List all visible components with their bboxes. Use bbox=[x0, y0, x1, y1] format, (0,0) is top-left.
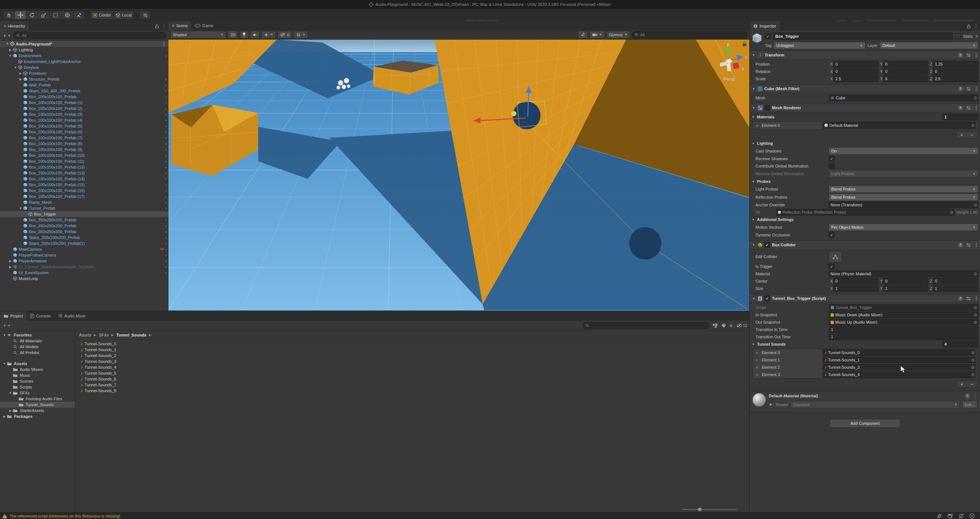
lock-icon[interactable] bbox=[967, 24, 971, 29]
breadcrumb-assets[interactable]: Assets bbox=[79, 333, 91, 337]
hierarchy-item-box-100x100x100-prefab-15-[interactable]: Box_100x100x100_Prefab (15)› bbox=[0, 182, 169, 188]
tag-dropdown[interactable]: Untagged▼ bbox=[774, 42, 865, 49]
hierarchy-item-wall-prefab[interactable]: Wall_Prefab› bbox=[0, 82, 169, 88]
size-z-field[interactable]: 1 bbox=[933, 285, 978, 292]
object-picker-icon[interactable]: ⊙ bbox=[971, 358, 975, 363]
hierarchy-item-greybox[interactable]: ▼Greybox bbox=[0, 64, 169, 70]
search-by-label-icon[interactable] bbox=[721, 323, 726, 328]
sound-element-row[interactable]: ≡Element 1♪Tunnel-Sounds_1⊙ bbox=[753, 356, 977, 364]
object-picker-icon[interactable]: ⊙ bbox=[974, 203, 977, 208]
add-component-button[interactable]: Add Component bbox=[830, 419, 900, 428]
prefab-chevron-icon[interactable]: › bbox=[165, 171, 167, 175]
grid-snapping-button[interactable] bbox=[139, 11, 151, 19]
foldout-icon[interactable]: ▶ bbox=[8, 265, 13, 269]
pivot-center-button[interactable]: Center bbox=[90, 11, 113, 19]
hierarchy-item-box-350x250x200-prefab[interactable]: Box_350x250x200_Prefab› bbox=[0, 223, 169, 229]
prefab-chevron-icon[interactable]: › bbox=[165, 253, 167, 257]
presets-icon[interactable] bbox=[966, 106, 971, 110]
scene-search-input[interactable]: All bbox=[632, 31, 748, 38]
tab-inspector[interactable]: Inspector bbox=[750, 21, 780, 31]
drag-handle-icon[interactable]: ≡ bbox=[754, 350, 759, 355]
contribute-gi-checkbox[interactable] bbox=[829, 163, 835, 169]
shader-edit-button[interactable]: Edit... bbox=[962, 401, 977, 408]
prefab-chevron-icon[interactable]: › bbox=[165, 224, 167, 228]
hierarchy-item-box-100x100x100-prefab-4-[interactable]: Box_100x100x100_Prefab (4)› bbox=[0, 117, 169, 123]
foldout-icon[interactable]: ▶ bbox=[18, 78, 23, 81]
tab-game[interactable]: Game bbox=[191, 21, 217, 30]
help-icon[interactable]: ? bbox=[965, 394, 970, 398]
help-icon[interactable]: ? bbox=[958, 86, 963, 91]
slider-knob[interactable] bbox=[698, 508, 702, 511]
hierarchy-item-structure-prefab[interactable]: ▶Structure_Prefab› bbox=[0, 76, 169, 82]
object-picker-icon[interactable]: ⊙ bbox=[971, 372, 975, 377]
tab-console[interactable]: Console bbox=[26, 311, 54, 321]
presets-icon[interactable] bbox=[966, 87, 971, 91]
hierarchy-item-lighting[interactable]: ▶Lighting bbox=[0, 47, 169, 53]
prefab-chevron-icon[interactable]: › bbox=[165, 200, 167, 204]
active-checkbox[interactable]: ✓ bbox=[765, 34, 771, 39]
hierarchy-scene-row[interactable]: ▼Audio-Playground*⋮ bbox=[0, 41, 169, 47]
prefab-chevron-icon[interactable]: › bbox=[165, 188, 167, 193]
prefab-chevron-icon[interactable]: › bbox=[165, 265, 167, 269]
prefab-chevron-icon[interactable]: › bbox=[165, 147, 167, 152]
scene-grid-dropdown[interactable]: ▼ bbox=[294, 31, 308, 38]
scene-tools-button[interactable] bbox=[578, 31, 588, 38]
activity-ok-icon[interactable] bbox=[969, 513, 975, 519]
tab-hierarchy[interactable]: ≡ Hierarchy bbox=[0, 21, 29, 31]
is-trigger-checkbox[interactable]: ✓ bbox=[829, 263, 835, 269]
hierarchy-item-ui-canvas-starterassetsinputs-joysticks[interactable]: ▶UI_Canvas_StarterAssetsInputs_Joysticks… bbox=[0, 264, 169, 270]
hierarchy-item-tunnel-prefab[interactable]: ▼Tunnel_Prefab› bbox=[0, 205, 169, 211]
help-icon[interactable]: ? bbox=[958, 243, 963, 248]
hierarchy-item-stairs-200x100x200-prefab[interactable]: Stairs_200x100x200_Prefab› bbox=[0, 235, 169, 240]
center-x-field[interactable]: 0 bbox=[833, 278, 878, 284]
transform-rotation-z-field[interactable]: 0 bbox=[933, 68, 978, 75]
component-menu-icon[interactable]: ⋮ bbox=[974, 105, 978, 110]
remove-element-button[interactable]: − bbox=[967, 132, 977, 138]
2d-toggle-button[interactable]: 2D bbox=[228, 31, 238, 38]
object-picker-icon[interactable]: ⊙ bbox=[974, 313, 977, 318]
help-icon[interactable]: ? bbox=[958, 53, 963, 57]
auto-refresh-off-icon[interactable] bbox=[958, 514, 964, 519]
hierarchy-item-primitives[interactable]: ▶Primitives bbox=[0, 70, 169, 76]
prefab-chevron-icon[interactable]: › bbox=[165, 77, 167, 81]
scene-visibility-toggle[interactable]: 0 bbox=[278, 31, 292, 38]
scene-camera-dropdown[interactable]: ▼ bbox=[590, 31, 605, 38]
prefab-chevron-icon[interactable]: › bbox=[165, 136, 167, 140]
hierarchy-item-ramp-mesh[interactable]: Ramp_Mesh› bbox=[0, 200, 169, 205]
help-icon[interactable]: ? bbox=[958, 105, 963, 110]
project-tree-item-scripts[interactable]: Scripts bbox=[0, 384, 75, 390]
hierarchy-item-ui-eventsystem[interactable]: UI_EventSystem› bbox=[0, 270, 169, 276]
foldout-icon[interactable]: ▶ bbox=[18, 72, 23, 75]
shader-dropdown[interactable]: Standard▼ bbox=[790, 401, 959, 408]
mesh-renderer-header[interactable]: ▼ Mesh Renderer ?⋮ bbox=[750, 103, 980, 112]
static-checkbox[interactable] bbox=[955, 34, 961, 39]
hierarchy-item-box-100x100x100-prefab[interactable]: Box_100x100x100_Prefab› bbox=[0, 94, 169, 100]
project-tree-item-music[interactable]: Music bbox=[0, 372, 75, 378]
physic-material-field[interactable]: None (Physic Material)⊙ bbox=[829, 270, 978, 277]
asset-file-tunnel-sounds_8[interactable]: ♪Tunnel-Sounds_8 bbox=[81, 388, 749, 394]
rotate-tool-button[interactable] bbox=[26, 11, 38, 19]
prefab-chevron-icon[interactable]: › bbox=[165, 101, 167, 105]
hierarchy-add-button[interactable]: ＋▼ bbox=[2, 32, 11, 39]
shading-mode-dropdown[interactable]: Shaded▼ bbox=[170, 31, 226, 38]
tab-audio-mixer[interactable]: Audio Mixer bbox=[54, 311, 89, 321]
prefab-chevron-icon[interactable]: › bbox=[165, 159, 167, 163]
prefab-chevron-icon[interactable]: › bbox=[165, 83, 167, 87]
hierarchy-item-box-100x100x100-prefab-11-[interactable]: Box_100x100x100_Prefab (11)› bbox=[0, 158, 169, 164]
prefab-chevron-icon[interactable]: › bbox=[165, 153, 167, 158]
motion-vectors-dropdown[interactable]: Per Object Motion▼ bbox=[829, 224, 978, 231]
prefab-chevron-icon[interactable]: › bbox=[165, 112, 167, 117]
hierarchy-item-box-350x250x200-prefab[interactable]: Box_350x250x200_Prefab› bbox=[0, 217, 169, 223]
prefab-chevron-icon[interactable]: › bbox=[165, 247, 167, 251]
center-y-field[interactable]: 0 bbox=[883, 278, 928, 284]
hierarchy-item-box-100x100x100-prefab-13-[interactable]: Box_100x100x100_Prefab (13)› bbox=[0, 170, 169, 176]
out-snapshot-field[interactable]: Music Up (Audio Mixer)⊙ bbox=[829, 319, 978, 326]
presets-icon[interactable] bbox=[966, 243, 971, 247]
object-picker-icon[interactable]: ⊙ bbox=[971, 123, 975, 128]
asset-file-tunnel-sounds_4[interactable]: ♪Tunnel-Sounds_4 bbox=[81, 364, 749, 370]
thumbnail-size-slider[interactable] bbox=[682, 508, 737, 511]
foldout-icon[interactable]: ▶ bbox=[8, 409, 13, 412]
transform-rotation-x-field[interactable]: 0 bbox=[833, 68, 878, 75]
scene-lighting-toggle[interactable] bbox=[240, 31, 248, 38]
transform-position-y-field[interactable]: 0 bbox=[883, 61, 928, 67]
